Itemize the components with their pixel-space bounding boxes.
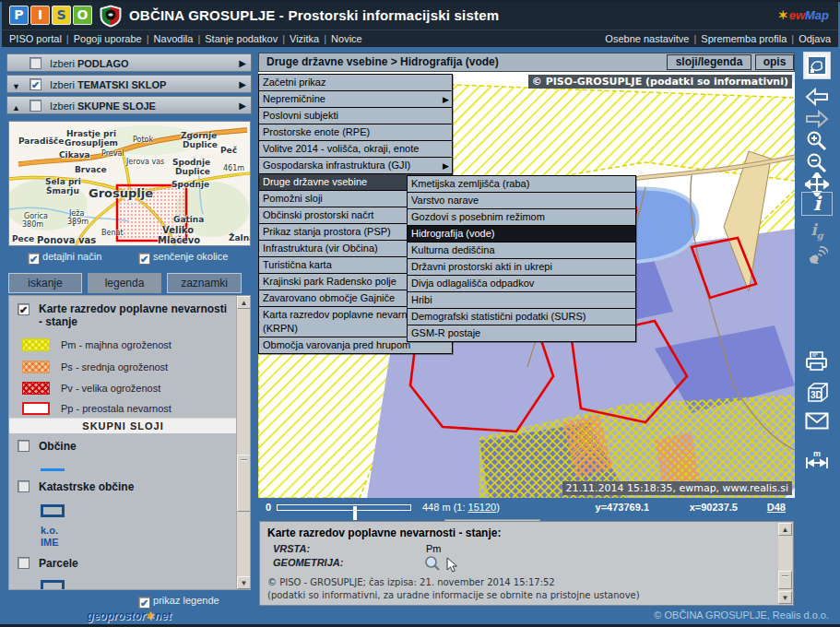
legend-title: Karte razredov poplavne nevarnosti - sta… (39, 302, 228, 328)
logo-letter-o: O (73, 6, 92, 25)
submenu-item-demografski[interactable]: Demografski statistični podatki (SURS) (408, 309, 635, 325)
tab-zaznamki[interactable]: zaznamki (167, 273, 242, 293)
piso-logo[interactable]: P I S O (9, 6, 92, 25)
shading-checkbox[interactable]: ✔ (138, 253, 150, 265)
scale-zero: 0 (266, 502, 271, 513)
scroll-up-icon[interactable]: ▲ (778, 523, 792, 536)
tab-iskanje[interactable]: iskanje (8, 273, 82, 293)
back-arrow-icon (805, 88, 829, 106)
scale-link[interactable]: 15120 (468, 502, 497, 513)
submenu-item-divja-odlagalisca[interactable]: Divja odlagališča odpadkov (408, 276, 635, 292)
collapse-down-icon[interactable]: ▼ (12, 78, 20, 95)
nav-osebne-nastavitve[interactable]: Osebne nastavitve (605, 30, 689, 47)
scrollbar-thumb[interactable] (237, 455, 251, 512)
show-legend-option[interactable]: ✔ prikaz legende (138, 595, 219, 609)
opis-button[interactable]: opis (755, 54, 794, 70)
datum-link[interactable]: D48 (767, 502, 786, 513)
minimap-label: Jerova vas (126, 158, 164, 166)
expand-right-icon: ▶ (239, 55, 246, 72)
submenu-item-hribi[interactable]: Hribi (408, 292, 635, 309)
nav-stanje-podatkov[interactable]: Stanje podatkov (205, 30, 278, 47)
geoprostor-logo[interactable]: geoprostor✶net (6, 609, 252, 622)
layers-legend-button[interactable]: sloji/legenda (667, 54, 751, 70)
scroll-up-icon[interactable]: ▲ (237, 296, 251, 309)
menu-item-poslovni-subjekti[interactable]: Poslovni subjekti (259, 108, 452, 124)
show-legend-checkbox[interactable]: ✔ (138, 597, 150, 609)
menu-item-prostorske-enote[interactable]: Prostorske enote (RPE) (259, 124, 452, 141)
base-layer-checkbox[interactable] (30, 57, 41, 69)
send-mail-button[interactable] (801, 407, 833, 434)
legend-panel: ✔ Karte razredov poplavne nevarnosti - s… (8, 295, 251, 590)
minimap-label: Spodnje (172, 158, 210, 167)
select-shared-layers-button[interactable]: ▲ Izberi SKUPNE SLOJE ▶ (6, 96, 252, 114)
legend-item-pp: Pp - preostala nevarnost (61, 403, 172, 414)
layer-katastrske-checkbox[interactable] (18, 480, 30, 492)
minimap-label: 389m (67, 218, 89, 226)
scrollbar-thumb[interactable] (778, 571, 792, 589)
ewmap-logo: ✶ewMap (778, 8, 829, 22)
feature-info-panel: Karte razredov poplavne nevarnosti - sta… (259, 521, 794, 606)
submenu-item-gozdovi[interactable]: Gozdovi s posebnim režimom (408, 209, 635, 226)
overview-minimap[interactable]: Hrastje priGrosupljemParadiščePotokZgorn… (8, 121, 251, 246)
ewmap-star-icon: ✶ (778, 8, 788, 22)
minimap-label: Šmarju (46, 186, 79, 195)
submenu-item-kulturna-dediscina[interactable]: Kulturna dediščina (408, 243, 635, 259)
minimap-label: Gorica (24, 212, 48, 220)
zoom-to-geometry-icon[interactable] (424, 555, 441, 572)
panel-scrollbar[interactable]: ▲ ▼ (236, 296, 250, 589)
geoprostor-star-icon: ✶ (146, 609, 155, 622)
layer-parcele-checkbox[interactable] (18, 557, 30, 569)
nav-novice[interactable]: Novice (331, 30, 362, 47)
select-base-layer-button[interactable]: Izberi PODLAGO ▶ (6, 53, 252, 72)
minimap-label: Brvace (75, 165, 107, 174)
submenu-item-kmetijska[interactable]: Kmetijska zemljišča (raba) (408, 176, 635, 193)
minimap-labels: Hrastje priGrosupljemParadiščePotokZgorn… (9, 122, 250, 245)
scroll-down-icon[interactable]: ▼ (237, 576, 251, 589)
legend-item-pv: Pv - velika ogroženost (61, 383, 160, 394)
scale-slider[interactable] (277, 504, 411, 511)
submenu-item-drzavni-akti[interactable]: Državni prostorski akti in ukrepi (408, 259, 635, 276)
nav-navodila[interactable]: Navodila (154, 30, 194, 47)
submenu-item-varstvo-narave[interactable]: Varstvo narave (408, 193, 635, 209)
nav-piso-portal[interactable]: PISO portal (9, 30, 62, 47)
shading-option[interactable]: ✔ senčenje okolice (138, 251, 228, 265)
map-timestamp: 21.11.2014 15:18:35, ewmap, www.realis.s… (562, 481, 792, 495)
scroll-down-icon[interactable]: ▼ (778, 591, 792, 604)
minimap-label: Peč (220, 146, 237, 155)
minimap-label: Grosuplje (89, 186, 153, 200)
nav-sprememba-profila[interactable]: Sprememba profila (701, 30, 787, 47)
menu-item-nepremicnine[interactable]: Nepremičnine▶ (259, 91, 452, 108)
menu-item-zacetni-prikaz[interactable]: Začetni prikaz (259, 75, 452, 91)
detailed-mode-option[interactable]: ✔ detajlni način (28, 251, 101, 265)
shared-layers-checkbox[interactable] (30, 100, 41, 112)
select-thematic-set-button[interactable]: ▼ ✔ Izberi TEMATSKI SKLOP ▶ (6, 75, 252, 93)
nav-vizitka[interactable]: Vizitka (290, 30, 319, 47)
minimap-label: Benat (101, 229, 124, 237)
submenu-item-hidrografija[interactable]: Hidrografija (vode) (408, 226, 635, 243)
detailed-mode-checkbox[interactable]: ✔ (28, 253, 40, 265)
nav-left: PISO portal| Pogoji uporabe| Navodila| S… (9, 30, 362, 47)
status-bar: 0 448 m (1: 15120) y=473769.1 x=90237.5 … (258, 499, 795, 518)
menu-item-volitve[interactable]: Volitve 2014 - volišča, okraji, enote (259, 141, 452, 158)
measure-icon: m (805, 450, 829, 468)
menu-item-gji[interactable]: Gospodarska infrastruktura (GJI)▶ (259, 158, 452, 174)
measure-button[interactable]: m (801, 445, 833, 473)
submenu-item-gsmr[interactable]: GSM-R postaje (408, 325, 635, 341)
info-title: Karte razredov poplavne nevarnosti - sta… (267, 526, 501, 539)
scale-slider-thumb[interactable] (353, 506, 357, 520)
collapse-up-icon[interactable]: ▲ (12, 100, 20, 116)
tab-legenda[interactable]: legenda (88, 273, 161, 293)
nav-odjava[interactable]: Odjava (799, 30, 831, 47)
full-extent-button[interactable] (803, 52, 831, 79)
info-scrollbar[interactable]: ▲ ▼ (778, 523, 792, 604)
print-button[interactable] (801, 348, 833, 375)
identify-tool-button[interactable]: i (801, 192, 833, 216)
gps-button[interactable] (801, 242, 833, 269)
legend-layer-checkbox[interactable]: ✔ (18, 303, 30, 315)
thematic-set-checkbox[interactable]: ✔ (30, 78, 41, 90)
view-3d-button[interactable]: 3D (801, 379, 833, 407)
expand-right-icon: ▶ (239, 77, 246, 93)
nav-pogoji-uporabe[interactable]: Pogoji uporabe (74, 30, 142, 47)
layer-obcine-checkbox[interactable] (18, 440, 30, 452)
svg-text:3D: 3D (810, 390, 822, 400)
